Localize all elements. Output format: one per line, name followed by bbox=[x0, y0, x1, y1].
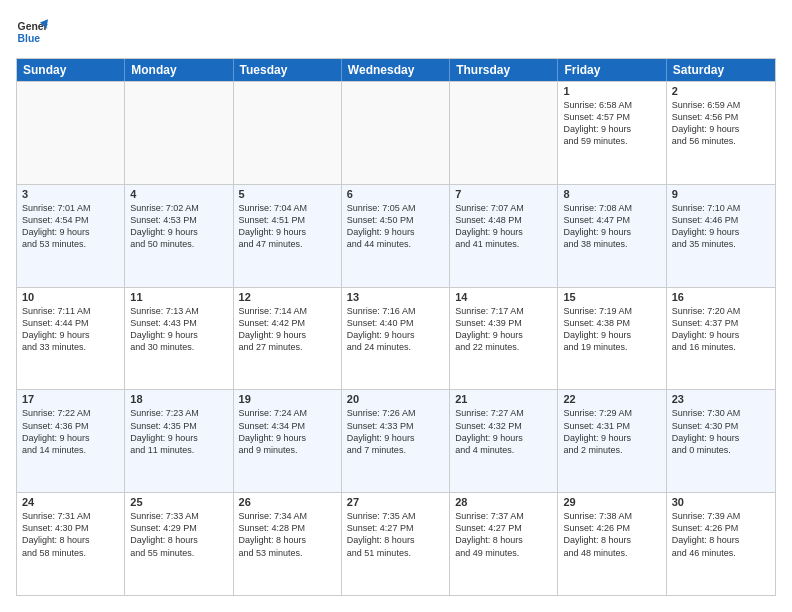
day-info: Sunrise: 7:01 AM Sunset: 4:54 PM Dayligh… bbox=[22, 202, 119, 251]
calendar-cell bbox=[125, 82, 233, 184]
day-number: 1 bbox=[563, 85, 660, 97]
day-info: Sunrise: 7:04 AM Sunset: 4:51 PM Dayligh… bbox=[239, 202, 336, 251]
day-info: Sunrise: 7:23 AM Sunset: 4:35 PM Dayligh… bbox=[130, 407, 227, 456]
day-number: 17 bbox=[22, 393, 119, 405]
header-day-sunday: Sunday bbox=[17, 59, 125, 81]
day-info: Sunrise: 7:10 AM Sunset: 4:46 PM Dayligh… bbox=[672, 202, 770, 251]
day-info: Sunrise: 7:14 AM Sunset: 4:42 PM Dayligh… bbox=[239, 305, 336, 354]
day-number: 29 bbox=[563, 496, 660, 508]
day-info: Sunrise: 7:11 AM Sunset: 4:44 PM Dayligh… bbox=[22, 305, 119, 354]
calendar-cell: 8Sunrise: 7:08 AM Sunset: 4:47 PM Daylig… bbox=[558, 185, 666, 287]
header-day-wednesday: Wednesday bbox=[342, 59, 450, 81]
calendar-cell: 30Sunrise: 7:39 AM Sunset: 4:26 PM Dayli… bbox=[667, 493, 775, 595]
calendar-cell: 12Sunrise: 7:14 AM Sunset: 4:42 PM Dayli… bbox=[234, 288, 342, 390]
calendar-cell: 24Sunrise: 7:31 AM Sunset: 4:30 PM Dayli… bbox=[17, 493, 125, 595]
calendar-cell: 28Sunrise: 7:37 AM Sunset: 4:27 PM Dayli… bbox=[450, 493, 558, 595]
logo: General Blue bbox=[16, 16, 48, 48]
day-number: 24 bbox=[22, 496, 119, 508]
day-info: Sunrise: 7:08 AM Sunset: 4:47 PM Dayligh… bbox=[563, 202, 660, 251]
day-number: 20 bbox=[347, 393, 444, 405]
day-number: 7 bbox=[455, 188, 552, 200]
header-day-thursday: Thursday bbox=[450, 59, 558, 81]
day-info: Sunrise: 7:39 AM Sunset: 4:26 PM Dayligh… bbox=[672, 510, 770, 559]
day-info: Sunrise: 7:20 AM Sunset: 4:37 PM Dayligh… bbox=[672, 305, 770, 354]
calendar-cell: 16Sunrise: 7:20 AM Sunset: 4:37 PM Dayli… bbox=[667, 288, 775, 390]
calendar-cell: 13Sunrise: 7:16 AM Sunset: 4:40 PM Dayli… bbox=[342, 288, 450, 390]
day-number: 11 bbox=[130, 291, 227, 303]
calendar-cell: 17Sunrise: 7:22 AM Sunset: 4:36 PM Dayli… bbox=[17, 390, 125, 492]
calendar-cell bbox=[450, 82, 558, 184]
calendar-cell: 26Sunrise: 7:34 AM Sunset: 4:28 PM Dayli… bbox=[234, 493, 342, 595]
calendar-row-0: 1Sunrise: 6:58 AM Sunset: 4:57 PM Daylig… bbox=[17, 81, 775, 184]
calendar-cell: 5Sunrise: 7:04 AM Sunset: 4:51 PM Daylig… bbox=[234, 185, 342, 287]
calendar-cell: 2Sunrise: 6:59 AM Sunset: 4:56 PM Daylig… bbox=[667, 82, 775, 184]
calendar-row-3: 17Sunrise: 7:22 AM Sunset: 4:36 PM Dayli… bbox=[17, 389, 775, 492]
day-info: Sunrise: 7:30 AM Sunset: 4:30 PM Dayligh… bbox=[672, 407, 770, 456]
day-number: 6 bbox=[347, 188, 444, 200]
svg-text:Blue: Blue bbox=[18, 33, 41, 44]
header-day-saturday: Saturday bbox=[667, 59, 775, 81]
day-number: 21 bbox=[455, 393, 552, 405]
day-number: 8 bbox=[563, 188, 660, 200]
day-info: Sunrise: 7:33 AM Sunset: 4:29 PM Dayligh… bbox=[130, 510, 227, 559]
day-number: 22 bbox=[563, 393, 660, 405]
header-day-friday: Friday bbox=[558, 59, 666, 81]
calendar-row-1: 3Sunrise: 7:01 AM Sunset: 4:54 PM Daylig… bbox=[17, 184, 775, 287]
calendar-header: SundayMondayTuesdayWednesdayThursdayFrid… bbox=[17, 59, 775, 81]
day-number: 9 bbox=[672, 188, 770, 200]
calendar-cell: 25Sunrise: 7:33 AM Sunset: 4:29 PM Dayli… bbox=[125, 493, 233, 595]
header-day-tuesday: Tuesday bbox=[234, 59, 342, 81]
page: General Blue SundayMondayTuesdayWednesda… bbox=[0, 0, 792, 612]
day-number: 10 bbox=[22, 291, 119, 303]
calendar-cell bbox=[17, 82, 125, 184]
day-info: Sunrise: 7:22 AM Sunset: 4:36 PM Dayligh… bbox=[22, 407, 119, 456]
calendar-cell: 7Sunrise: 7:07 AM Sunset: 4:48 PM Daylig… bbox=[450, 185, 558, 287]
calendar-cell: 6Sunrise: 7:05 AM Sunset: 4:50 PM Daylig… bbox=[342, 185, 450, 287]
day-info: Sunrise: 7:26 AM Sunset: 4:33 PM Dayligh… bbox=[347, 407, 444, 456]
day-info: Sunrise: 6:59 AM Sunset: 4:56 PM Dayligh… bbox=[672, 99, 770, 148]
day-info: Sunrise: 6:58 AM Sunset: 4:57 PM Dayligh… bbox=[563, 99, 660, 148]
calendar-cell: 18Sunrise: 7:23 AM Sunset: 4:35 PM Dayli… bbox=[125, 390, 233, 492]
calendar-cell: 11Sunrise: 7:13 AM Sunset: 4:43 PM Dayli… bbox=[125, 288, 233, 390]
day-number: 28 bbox=[455, 496, 552, 508]
day-number: 16 bbox=[672, 291, 770, 303]
calendar-cell: 21Sunrise: 7:27 AM Sunset: 4:32 PM Dayli… bbox=[450, 390, 558, 492]
day-number: 13 bbox=[347, 291, 444, 303]
day-number: 26 bbox=[239, 496, 336, 508]
calendar-cell: 23Sunrise: 7:30 AM Sunset: 4:30 PM Dayli… bbox=[667, 390, 775, 492]
day-info: Sunrise: 7:35 AM Sunset: 4:27 PM Dayligh… bbox=[347, 510, 444, 559]
calendar-cell: 27Sunrise: 7:35 AM Sunset: 4:27 PM Dayli… bbox=[342, 493, 450, 595]
header: General Blue bbox=[16, 16, 776, 48]
header-day-monday: Monday bbox=[125, 59, 233, 81]
calendar-body: 1Sunrise: 6:58 AM Sunset: 4:57 PM Daylig… bbox=[17, 81, 775, 595]
calendar-cell: 14Sunrise: 7:17 AM Sunset: 4:39 PM Dayli… bbox=[450, 288, 558, 390]
calendar-cell: 1Sunrise: 6:58 AM Sunset: 4:57 PM Daylig… bbox=[558, 82, 666, 184]
day-number: 18 bbox=[130, 393, 227, 405]
logo-icon: General Blue bbox=[16, 16, 48, 48]
day-info: Sunrise: 7:29 AM Sunset: 4:31 PM Dayligh… bbox=[563, 407, 660, 456]
day-number: 4 bbox=[130, 188, 227, 200]
day-info: Sunrise: 7:16 AM Sunset: 4:40 PM Dayligh… bbox=[347, 305, 444, 354]
calendar-cell bbox=[342, 82, 450, 184]
calendar-cell: 29Sunrise: 7:38 AM Sunset: 4:26 PM Dayli… bbox=[558, 493, 666, 595]
day-number: 23 bbox=[672, 393, 770, 405]
calendar-cell: 10Sunrise: 7:11 AM Sunset: 4:44 PM Dayli… bbox=[17, 288, 125, 390]
day-number: 12 bbox=[239, 291, 336, 303]
day-number: 14 bbox=[455, 291, 552, 303]
day-info: Sunrise: 7:02 AM Sunset: 4:53 PM Dayligh… bbox=[130, 202, 227, 251]
calendar-cell: 15Sunrise: 7:19 AM Sunset: 4:38 PM Dayli… bbox=[558, 288, 666, 390]
day-number: 30 bbox=[672, 496, 770, 508]
day-info: Sunrise: 7:31 AM Sunset: 4:30 PM Dayligh… bbox=[22, 510, 119, 559]
day-info: Sunrise: 7:17 AM Sunset: 4:39 PM Dayligh… bbox=[455, 305, 552, 354]
day-info: Sunrise: 7:05 AM Sunset: 4:50 PM Dayligh… bbox=[347, 202, 444, 251]
calendar-cell: 3Sunrise: 7:01 AM Sunset: 4:54 PM Daylig… bbox=[17, 185, 125, 287]
day-number: 2 bbox=[672, 85, 770, 97]
calendar: SundayMondayTuesdayWednesdayThursdayFrid… bbox=[16, 58, 776, 596]
day-info: Sunrise: 7:38 AM Sunset: 4:26 PM Dayligh… bbox=[563, 510, 660, 559]
calendar-cell: 4Sunrise: 7:02 AM Sunset: 4:53 PM Daylig… bbox=[125, 185, 233, 287]
day-number: 15 bbox=[563, 291, 660, 303]
day-info: Sunrise: 7:37 AM Sunset: 4:27 PM Dayligh… bbox=[455, 510, 552, 559]
day-number: 5 bbox=[239, 188, 336, 200]
calendar-row-4: 24Sunrise: 7:31 AM Sunset: 4:30 PM Dayli… bbox=[17, 492, 775, 595]
day-info: Sunrise: 7:07 AM Sunset: 4:48 PM Dayligh… bbox=[455, 202, 552, 251]
